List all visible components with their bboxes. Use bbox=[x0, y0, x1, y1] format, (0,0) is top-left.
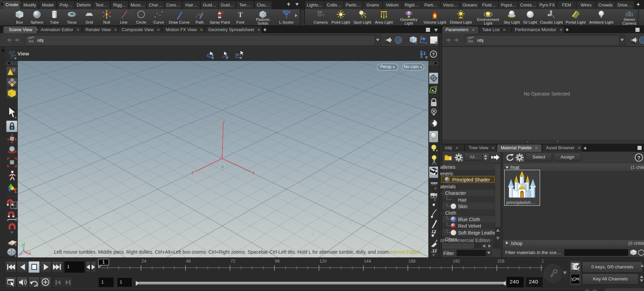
svg-text:x: x bbox=[252, 170, 255, 175]
svg-text:48: 48 bbox=[186, 259, 191, 264]
svg-text:.12: .12 bbox=[431, 249, 437, 253]
svg-text:216: 216 bbox=[497, 259, 505, 264]
svg-text:192: 192 bbox=[453, 259, 460, 264]
svg-text:24: 24 bbox=[142, 259, 146, 264]
svg-text:240: 240 bbox=[542, 259, 544, 264]
svg-text:12: 12 bbox=[431, 229, 436, 234]
svg-text:y: y bbox=[22, 242, 24, 246]
svg-text:X: X bbox=[29, 251, 31, 255]
svg-text:?: ? bbox=[432, 52, 435, 57]
svg-text:72: 72 bbox=[230, 259, 235, 264]
svg-text:-2: -2 bbox=[87, 225, 91, 230]
svg-text:y: y bbox=[223, 119, 225, 125]
svg-text:T: T bbox=[238, 10, 243, 19]
svg-text:z: z bbox=[191, 170, 194, 175]
svg-text:0: 0 bbox=[221, 165, 224, 169]
svg-text:144: 144 bbox=[364, 259, 371, 264]
svg-text:?: ? bbox=[637, 155, 640, 161]
svg-text:120: 120 bbox=[320, 259, 327, 264]
svg-text:1: 1 bbox=[311, 232, 314, 236]
svg-text:168: 168 bbox=[408, 259, 416, 264]
svg-text:96: 96 bbox=[275, 259, 280, 264]
